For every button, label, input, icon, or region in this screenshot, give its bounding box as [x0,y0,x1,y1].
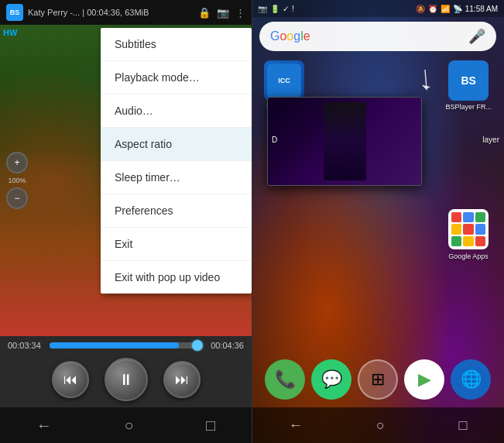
more-icon[interactable]: ⋮ [235,7,245,19]
camera-icon: 📷 [217,7,229,19]
video-title: Katy Perry -... | 00:04:36, 63MiB [28,8,194,17]
home-button-left[interactable]: ○ [124,417,133,434]
time-row: 00:03:34 00:04:36 [8,341,244,350]
mic-icon[interactable]: 🎤 [468,28,485,45]
ga-dot-8 [463,236,473,246]
ga-dot-1 [451,212,461,222]
d-label: D [272,136,277,144]
google-search-bar[interactable]: Google 🎤 [259,22,496,51]
left-panel: BS Katy Perry -... | 00:04:36, 63MiB 🔒 📷… [0,0,252,443]
hw-badge: HW [3,28,17,37]
alert-icon: ! [292,5,294,13]
ga-dot-5 [463,224,473,234]
dock-messages-button[interactable]: 💬 [311,359,351,400]
bsplayer-label: BSPlayer FR... [445,103,492,111]
menu-item-exit[interactable]: Exit [101,228,252,261]
pause-button[interactable]: ⏸ [105,358,148,401]
fast-forward-button[interactable]: ⏭ [163,361,201,398]
google-apps-label: Google Apps [448,252,489,260]
popup-video[interactable] [267,97,422,186]
volume-control: + 100% − [6,152,28,209]
progress-fill [50,342,179,349]
bottom-dock: 📞 💬 ⊞ ▶ 🌐 [252,353,504,406]
dock-phone-button[interactable]: 📞 [265,359,305,400]
icc-logo: ICC [267,64,301,98]
mute-icon: 🔕 [416,5,425,13]
ga-dot-4 [451,224,461,234]
check-icon: ✓ [283,5,289,13]
volume-up-button[interactable]: + [6,152,28,173]
progress-thumb[interactable] [192,340,203,351]
progress-bar[interactable] [50,342,202,349]
ga-dot-9 [475,236,485,246]
playback-bar: 00:03:34 00:04:36 ⏮ ⏸ ⏭ [0,336,252,407]
lock-icon: 🔒 [198,7,211,19]
google-apps-icon [448,209,489,249]
recent-button-right[interactable]: □ [458,417,467,434]
popup-video-content [268,98,421,185]
volume-level: 100% [8,177,26,184]
ga-dot-7 [451,236,461,246]
signal-icon: 📡 [453,5,462,13]
rewind-button[interactable]: ⏮ [52,361,89,398]
bottom-nav-left: ← ○ □ [0,407,252,443]
current-time: 00:03:34 [8,341,45,350]
bs-logo: BS [6,4,23,21]
ga-dot-6 [475,224,485,234]
bsplayer-logo: BS [461,74,475,87]
screenshot-icon: 📷 [258,5,267,13]
context-menu: Subtitles Playback mode… Audio… Aspect r… [101,28,252,294]
arrow-hint [419,70,442,101]
back-button-right[interactable]: ← [289,417,303,434]
menu-item-aspect-ratio[interactable]: Aspect ratio [101,128,252,161]
bottom-nav-right: ← ○ □ [252,407,504,443]
right-content: 📷 🔋 ✓ ! 🔕 ⏰ 📶 📡 11:58 AM Google 🎤 [252,0,504,443]
bsplayer-icon: BS [448,60,489,101]
home-button-right[interactable]: ○ [376,417,385,434]
ga-dot-3 [475,212,485,222]
wifi-icon: 📶 [441,5,450,13]
battery-icon: 🔋 [270,5,279,13]
menu-item-preferences[interactable]: Preferences [101,194,252,228]
menu-item-exit-popup[interactable]: Exit with pop up video [101,261,252,294]
player-label: layer [482,136,499,144]
clock: 11:58 AM [465,5,498,13]
icc-cricket-icon: ICC [264,60,304,101]
notification-icons: 📷 🔋 ✓ ! [258,5,294,13]
system-status-icons: 🔕 ⏰ 📶 📡 11:58 AM [416,5,498,13]
back-button-left[interactable]: ← [36,417,52,434]
video-area: HW + 100% − Subtitles Playback mode… Aud… [0,25,252,336]
bsplayer-app[interactable]: BS BSPlayer FR... [445,60,492,111]
recent-button-left[interactable]: □ [206,417,215,434]
status-icons-left: 🔒 📷 ⋮ [198,7,245,19]
menu-item-audio[interactable]: Audio… [101,94,252,128]
playback-controls: ⏮ ⏸ ⏭ [8,355,244,404]
google-logo: Google [270,29,310,43]
menu-item-playback-mode[interactable]: Playback mode… [101,61,252,94]
alarm-icon: ⏰ [428,5,437,13]
dock-play-store-button[interactable]: ▶ [404,359,444,400]
total-time: 00:04:36 [207,341,244,350]
menu-item-subtitles[interactable]: Subtitles [101,28,252,61]
ga-dot-2 [463,212,473,222]
status-bar-left: BS Katy Perry -... | 00:04:36, 63MiB 🔒 📷… [0,0,252,25]
right-panel: 📷 🔋 ✓ ! 🔕 ⏰ 📶 📡 11:58 AM Google 🎤 [252,0,504,443]
volume-down-button[interactable]: − [6,187,28,209]
menu-item-sleep-timer[interactable]: Sleep timer… [101,161,252,194]
status-bar-right: 📷 🔋 ✓ ! 🔕 ⏰ 📶 📡 11:58 AM [252,0,504,17]
google-apps-container[interactable]: Google Apps [448,209,489,260]
dock-apps-button[interactable]: ⊞ [358,359,398,400]
panel-divider [252,0,252,443]
dock-browser-button[interactable]: 🌐 [451,359,491,400]
